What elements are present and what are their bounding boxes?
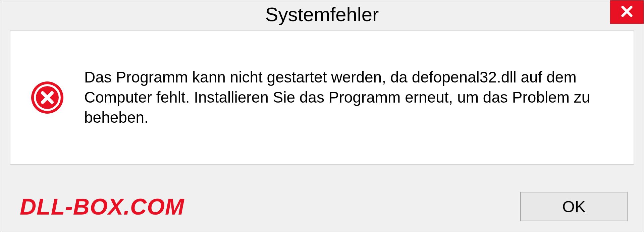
message-box: Das Programm kann nicht gestartet werden… [10, 31, 634, 165]
error-icon [31, 81, 64, 114]
watermark-text: DLL-BOX.COM [20, 193, 184, 220]
close-button[interactable] [610, 0, 644, 24]
footer: DLL-BOX.COM OK [0, 181, 644, 232]
ok-button-label: OK [562, 197, 585, 216]
close-icon [620, 4, 634, 20]
dialog-title: Systemfehler [265, 3, 379, 25]
error-message: Das Programm kann nicht gestartet werden… [84, 67, 620, 127]
content-area: Das Programm kann nicht gestartet werden… [0, 31, 644, 181]
error-dialog: Systemfehler Das Programm kann [0, 0, 644, 232]
ok-button[interactable]: OK [520, 192, 628, 221]
titlebar: Systemfehler [0, 0, 644, 31]
